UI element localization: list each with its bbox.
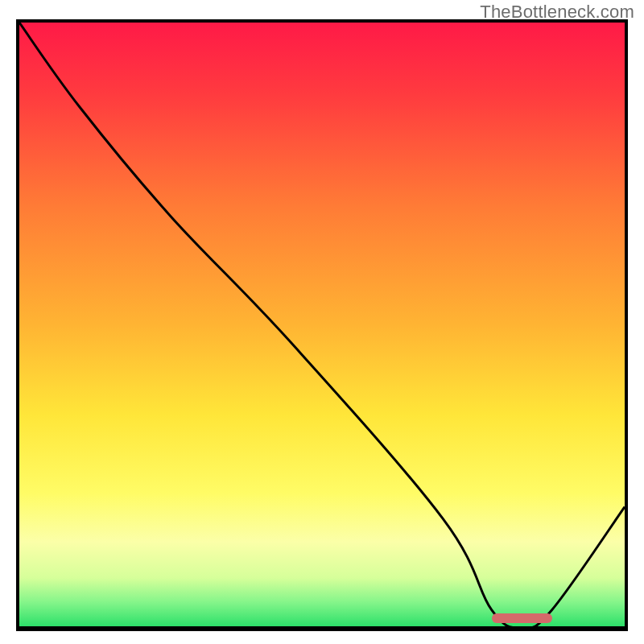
optimal-range-marker bbox=[492, 613, 552, 623]
chart-area bbox=[16, 19, 628, 631]
line-series bbox=[19, 23, 625, 628]
